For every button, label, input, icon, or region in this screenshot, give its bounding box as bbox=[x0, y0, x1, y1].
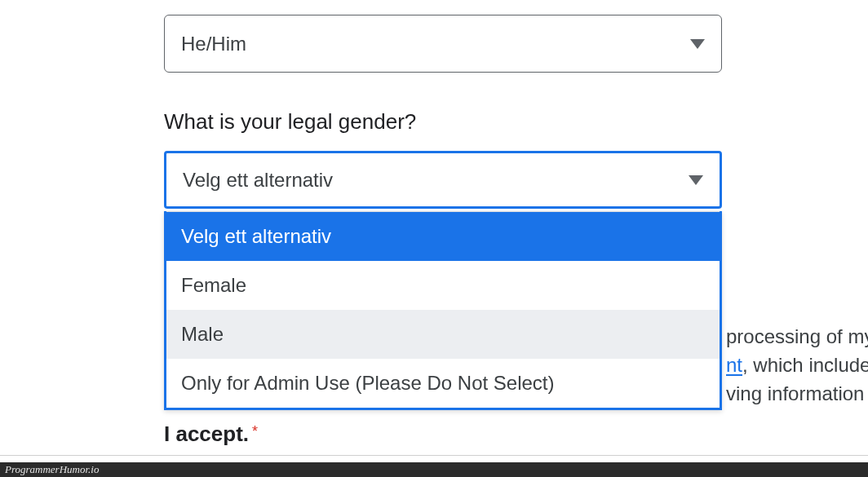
chevron-down-icon bbox=[689, 175, 703, 185]
dropdown-option[interactable]: Female bbox=[166, 261, 720, 310]
dropdown-option[interactable]: Male bbox=[166, 310, 720, 359]
consent-line-2-rest: , which includes bbox=[742, 354, 868, 376]
form-area: He/Him What is your legal gender? Velg e… bbox=[0, 0, 868, 209]
accept-label-fragment: I accept.* bbox=[164, 422, 258, 447]
consent-text-fragment: processing of my nt, which includes ving… bbox=[726, 323, 868, 408]
consent-line-1: processing of my bbox=[726, 323, 868, 351]
legal-gender-label: What is your legal gender? bbox=[164, 109, 868, 135]
divider bbox=[0, 455, 868, 456]
pronoun-select[interactable]: He/Him bbox=[164, 15, 722, 73]
footer-watermark: ProgrammerHumor.io bbox=[0, 462, 868, 477]
chevron-down-icon bbox=[690, 39, 705, 49]
legal-gender-select[interactable]: Velg ett alternativ bbox=[164, 151, 722, 209]
dropdown-option[interactable]: Velg ett alternativ bbox=[166, 212, 720, 261]
required-asterisk: * bbox=[252, 423, 258, 439]
legal-gender-dropdown: Velg ett alternativFemaleMaleOnly for Ad… bbox=[164, 211, 722, 410]
consent-line-3: ving information bbox=[726, 380, 868, 409]
legal-gender-select-value: Velg ett alternativ bbox=[183, 169, 689, 192]
pronoun-select-value: He/Him bbox=[181, 33, 690, 55]
dropdown-option[interactable]: Only for Admin Use (Please Do Not Select… bbox=[166, 359, 720, 408]
consent-link-fragment[interactable]: nt bbox=[726, 354, 742, 376]
